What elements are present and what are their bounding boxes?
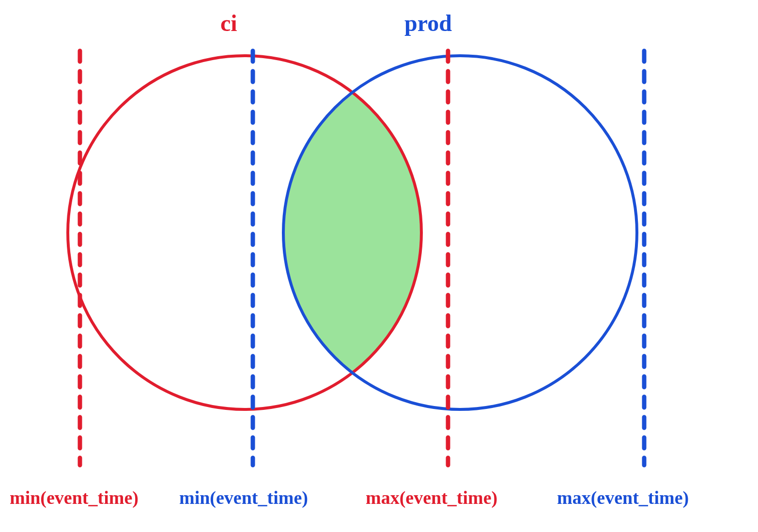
- ci-max-label: max(event_time): [366, 487, 497, 508]
- venn-overlap-group: [283, 56, 637, 409]
- ci-set-label: ci: [220, 10, 237, 36]
- ci-min-label: min(event_time): [10, 487, 139, 508]
- venn-diagram-svg: [0, 0, 758, 532]
- venn-overlap-fill: [283, 56, 637, 409]
- prod-min-label: min(event_time): [179, 487, 308, 508]
- prod-set-label: prod: [404, 10, 452, 36]
- prod-max-label: max(event_time): [557, 487, 689, 508]
- venn-diagram-stage: ci prod min(event_time) min(event_time) …: [0, 0, 758, 532]
